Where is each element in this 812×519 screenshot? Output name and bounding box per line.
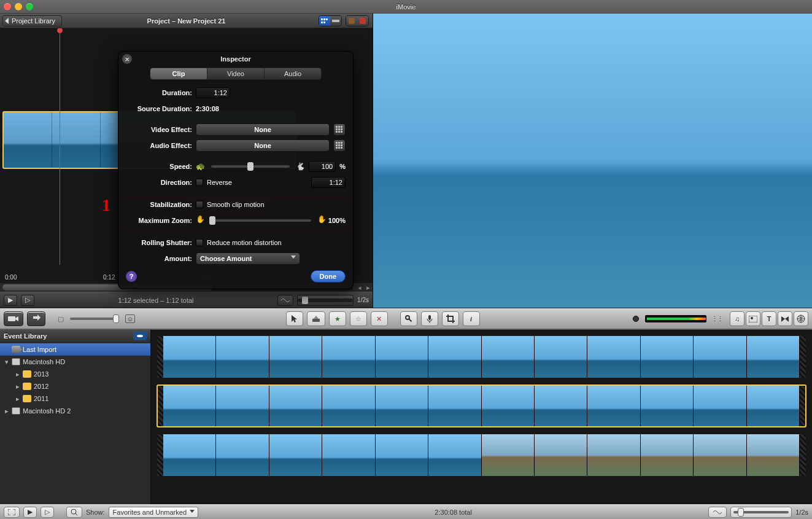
event-filmstrip[interactable]: [157, 385, 806, 427]
svg-rect-20: [336, 128, 338, 130]
inspector-title: Inspector: [220, 55, 251, 63]
search-button[interactable]: [66, 507, 82, 518]
project-title: Project – New Project 21: [0, 17, 373, 25]
event-filmstrip[interactable]: [157, 434, 806, 476]
tree-mac-hd[interactable]: ▾Macintosh HD: [0, 356, 150, 368]
tab-video[interactable]: Video: [207, 68, 265, 79]
layout-wrap-icon[interactable]: [319, 16, 330, 26]
svg-rect-22: [341, 128, 342, 130]
person-icon[interactable]: ☺: [125, 314, 135, 323]
play-step-button[interactable]: ▷: [41, 507, 54, 518]
viewer[interactable]: [373, 14, 812, 308]
thumbnail-size-slider[interactable]: [298, 299, 353, 302]
project-layout-seg: [319, 15, 342, 26]
svg-rect-25: [341, 131, 342, 133]
amount-select[interactable]: Choose Amount: [196, 252, 300, 265]
import-camera-button[interactable]: [4, 311, 23, 326]
unmark-button[interactable]: ☆: [350, 311, 367, 326]
frame-toggle-icon[interactable]: ▢: [58, 315, 64, 323]
favorite-button[interactable]: ★: [329, 311, 346, 326]
waveform-toggle-icon[interactable]: [277, 295, 293, 306]
tab-audio[interactable]: Audio: [265, 68, 321, 79]
swap-panes-button[interactable]: [27, 311, 45, 326]
music-browser-button[interactable]: ♫: [730, 311, 744, 326]
scroll-right-icon[interactable]: ▸: [364, 284, 373, 292]
event-zoom-slider[interactable]: [733, 511, 789, 513]
project-header: Project Library Project – New Project 21: [0, 14, 373, 28]
slider-knob[interactable]: [738, 508, 744, 517]
audio-meter-toggle-icon[interactable]: [633, 316, 639, 322]
svg-point-14: [137, 335, 143, 337]
done-button[interactable]: Done: [311, 270, 346, 283]
rolling-shutter-text: Reduce motion distortion: [207, 239, 282, 246]
filter-value: Favorites and Unmarked: [113, 509, 187, 516]
tree-mac-hd-2[interactable]: ▸Macintosh HD 2: [0, 405, 150, 417]
event-browser[interactable]: [151, 330, 812, 504]
titles-browser-button[interactable]: T: [762, 311, 776, 326]
row-audio-effect: Audio Effect: None: [118, 138, 353, 154]
slider-knob[interactable]: [302, 297, 308, 304]
audio-effect-browser-icon[interactable]: [333, 139, 346, 152]
scroll-left-icon[interactable]: ◂: [355, 284, 364, 292]
video-effect-browser-icon[interactable]: [333, 123, 346, 136]
svg-rect-11: [749, 316, 757, 322]
reverse-checkbox[interactable]: [196, 179, 203, 186]
edit-tool-button[interactable]: [307, 311, 325, 326]
event-thumbnail-slider[interactable]: [70, 318, 119, 320]
play-selection-button[interactable]: ▷: [21, 295, 34, 306]
maps-browser-button[interactable]: [794, 311, 808, 326]
svg-rect-26: [336, 142, 338, 144]
marker-red-icon[interactable]: [357, 16, 368, 26]
smooth-clip-checkbox[interactable]: [196, 201, 203, 208]
event-filmstrip[interactable]: [157, 336, 806, 378]
turtle-icon: 🐢: [196, 162, 205, 171]
slider-knob[interactable]: [247, 162, 253, 171]
marker-brown-icon[interactable]: [346, 16, 357, 26]
window-titlebar: iMovie: [0, 0, 812, 14]
transitions-browser-button[interactable]: [778, 311, 792, 326]
rolling-shutter-checkbox[interactable]: [196, 239, 203, 246]
event-tree: Last Import ▾Macintosh HD ▸2013 ▸2012 ▸2…: [0, 342, 150, 504]
help-button[interactable]: ?: [126, 271, 137, 282]
tree-year-2013[interactable]: ▸2013: [0, 368, 150, 380]
tree-year-2012[interactable]: ▸2012: [0, 380, 150, 392]
slider-knob[interactable]: [209, 216, 215, 225]
tree-last-import[interactable]: Last Import: [0, 343, 150, 356]
tree-label: Macintosh HD 2: [23, 407, 71, 415]
speed-slider[interactable]: [211, 165, 290, 168]
svg-rect-33: [338, 147, 340, 149]
svg-rect-24: [338, 131, 340, 133]
layout-single-icon[interactable]: [330, 16, 341, 26]
keyword-button[interactable]: [400, 311, 417, 326]
max-zoom-slider[interactable]: [209, 219, 311, 222]
speed-percent-field[interactable]: [309, 161, 336, 172]
tab-clip[interactable]: Clip: [150, 68, 207, 79]
audio-effect-button[interactable]: None: [196, 139, 330, 152]
thumbnail-size-control: [297, 295, 354, 306]
inspector-titlebar[interactable]: ✕ Inspector: [118, 52, 353, 66]
waveform-toggle-button[interactable]: [708, 507, 727, 518]
reject-button[interactable]: ✕: [371, 311, 388, 326]
speed-time-field[interactable]: [311, 177, 346, 188]
playhead[interactable]: [60, 28, 60, 265]
event-library-header: Event Library: [0, 330, 150, 342]
duration-field[interactable]: [196, 87, 230, 98]
fullscreen-button[interactable]: [4, 507, 20, 518]
video-effect-button[interactable]: None: [196, 123, 330, 136]
crop-button[interactable]: [442, 311, 459, 326]
arrow-tool-button[interactable]: [286, 311, 303, 326]
photo-browser-button[interactable]: [746, 311, 760, 326]
tree-year-2011[interactable]: ▸2011: [0, 392, 150, 405]
svg-rect-9: [408, 319, 412, 322]
disk-view-button[interactable]: [133, 332, 147, 340]
slider-knob[interactable]: [113, 314, 119, 323]
calendar-icon: [23, 383, 31, 390]
svg-rect-10: [428, 315, 431, 320]
meter-menu-icon[interactable]: ⋮⋮: [711, 315, 722, 323]
play-event-button[interactable]: ▶: [23, 507, 37, 518]
voiceover-button[interactable]: [421, 311, 438, 326]
inspector-close-button[interactable]: ✕: [122, 54, 132, 64]
show-filter-select[interactable]: Favorites and Unmarked: [109, 507, 198, 518]
play-button[interactable]: ▶: [4, 295, 17, 306]
inspector-button[interactable]: i: [463, 311, 480, 326]
